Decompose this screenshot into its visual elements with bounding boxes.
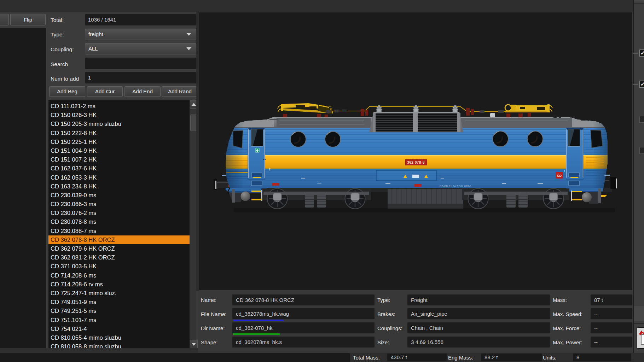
svg-text:ČD: ČD xyxy=(557,174,562,177)
svg-text:362 078-8: 362 078-8 xyxy=(407,160,425,164)
svg-text:1: 1 xyxy=(564,169,565,173)
svg-text:2: 2 xyxy=(269,168,271,171)
svg-text:CZ-ČD 91 54 7 362 078-8: CZ-ČD 91 54 7 362 078-8 xyxy=(440,185,471,187)
